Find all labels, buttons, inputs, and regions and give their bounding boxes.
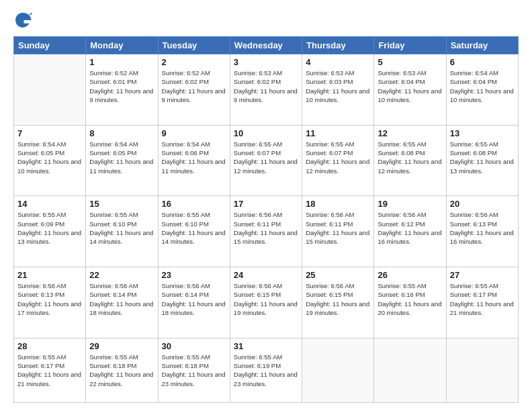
day-info: Sunrise: 6:56 AMSunset: 6:14 PMDaylight:… <box>162 281 226 317</box>
calendar-week-row: 7Sunrise: 6:54 AMSunset: 6:05 PMDaylight… <box>14 125 519 196</box>
day-number: 3 <box>234 57 298 67</box>
day-info: Sunrise: 6:53 AMSunset: 6:02 PMDaylight:… <box>234 68 298 104</box>
header <box>13 11 519 30</box>
day-number: 12 <box>378 128 442 138</box>
weekday-header: Tuesday <box>158 37 230 54</box>
calendar-cell: 26Sunrise: 6:55 AMSunset: 6:16 PMDayligh… <box>374 267 446 338</box>
calendar-cell: 19Sunrise: 6:56 AMSunset: 6:12 PMDayligh… <box>374 196 446 267</box>
calendar-cell <box>14 54 86 126</box>
day-number: 31 <box>234 341 298 351</box>
calendar-cell: 15Sunrise: 6:55 AMSunset: 6:10 PMDayligh… <box>86 196 158 267</box>
day-info: Sunrise: 6:55 AMSunset: 6:19 PMDaylight:… <box>234 353 298 388</box>
day-number: 2 <box>162 57 226 67</box>
calendar-cell: 29Sunrise: 6:55 AMSunset: 6:18 PMDayligh… <box>86 338 158 402</box>
calendar-cell: 10Sunrise: 6:55 AMSunset: 6:07 PMDayligh… <box>230 125 302 196</box>
day-info: Sunrise: 6:55 AMSunset: 6:09 PMDaylight:… <box>17 210 82 246</box>
day-number: 11 <box>306 128 370 138</box>
day-number: 16 <box>162 199 226 209</box>
calendar-week-row: 21Sunrise: 6:56 AMSunset: 6:13 PMDayligh… <box>14 267 519 338</box>
calendar-cell: 1Sunrise: 6:52 AMSunset: 6:01 PMDaylight… <box>86 54 158 126</box>
calendar-cell: 2Sunrise: 6:52 AMSunset: 6:02 PMDaylight… <box>158 54 230 126</box>
day-info: Sunrise: 6:56 AMSunset: 6:13 PMDaylight:… <box>17 281 82 317</box>
day-number: 24 <box>234 270 298 280</box>
weekday-header: Sunday <box>14 37 86 54</box>
day-info: Sunrise: 6:52 AMSunset: 6:02 PMDaylight:… <box>162 68 226 104</box>
day-number: 27 <box>450 270 515 280</box>
day-number: 17 <box>234 199 298 209</box>
day-info: Sunrise: 6:55 AMSunset: 6:17 PMDaylight:… <box>450 281 515 317</box>
calendar-cell: 9Sunrise: 6:54 AMSunset: 6:06 PMDaylight… <box>158 125 230 196</box>
calendar-cell: 14Sunrise: 6:55 AMSunset: 6:09 PMDayligh… <box>14 196 86 267</box>
weekday-header: Saturday <box>446 37 518 54</box>
calendar-cell: 12Sunrise: 6:55 AMSunset: 6:08 PMDayligh… <box>374 125 446 196</box>
day-info: Sunrise: 6:54 AMSunset: 6:06 PMDaylight:… <box>162 140 226 175</box>
weekday-header: Monday <box>86 37 158 54</box>
day-info: Sunrise: 6:54 AMSunset: 6:05 PMDaylight:… <box>17 140 82 175</box>
day-info: Sunrise: 6:53 AMSunset: 6:03 PMDaylight:… <box>306 68 370 104</box>
day-info: Sunrise: 6:55 AMSunset: 6:07 PMDaylight:… <box>306 140 370 175</box>
calendar-cell: 23Sunrise: 6:56 AMSunset: 6:14 PMDayligh… <box>158 267 230 338</box>
day-number: 15 <box>89 199 154 209</box>
calendar-cell: 21Sunrise: 6:56 AMSunset: 6:13 PMDayligh… <box>14 267 86 338</box>
calendar-cell: 20Sunrise: 6:56 AMSunset: 6:13 PMDayligh… <box>446 196 518 267</box>
day-number: 25 <box>306 270 370 280</box>
day-info: Sunrise: 6:56 AMSunset: 6:14 PMDaylight:… <box>89 281 154 317</box>
day-number: 26 <box>378 270 442 280</box>
day-info: Sunrise: 6:52 AMSunset: 6:01 PMDaylight:… <box>89 68 154 104</box>
day-info: Sunrise: 6:55 AMSunset: 6:10 PMDaylight:… <box>162 210 226 246</box>
calendar-cell: 30Sunrise: 6:55 AMSunset: 6:18 PMDayligh… <box>158 338 230 402</box>
calendar-cell: 6Sunrise: 6:54 AMSunset: 6:04 PMDaylight… <box>446 54 518 126</box>
day-info: Sunrise: 6:55 AMSunset: 6:08 PMDaylight:… <box>450 140 515 175</box>
day-number: 9 <box>162 128 226 138</box>
day-number: 19 <box>378 199 442 209</box>
calendar-cell <box>374 338 446 402</box>
day-number: 1 <box>89 57 154 67</box>
page: SundayMondayTuesdayWednesdayThursdayFrid… <box>0 0 532 411</box>
day-number: 28 <box>17 341 82 351</box>
day-info: Sunrise: 6:56 AMSunset: 6:15 PMDaylight:… <box>306 281 370 317</box>
day-info: Sunrise: 6:54 AMSunset: 6:05 PMDaylight:… <box>89 140 154 175</box>
calendar-cell: 5Sunrise: 6:53 AMSunset: 6:04 PMDaylight… <box>374 54 446 126</box>
calendar-cell <box>302 338 374 402</box>
calendar-cell <box>446 338 518 402</box>
calendar-week-row: 14Sunrise: 6:55 AMSunset: 6:09 PMDayligh… <box>14 196 519 267</box>
day-number: 21 <box>17 270 82 280</box>
calendar-cell: 8Sunrise: 6:54 AMSunset: 6:05 PMDaylight… <box>86 125 158 196</box>
weekday-header: Thursday <box>302 37 374 54</box>
day-info: Sunrise: 6:56 AMSunset: 6:12 PMDaylight:… <box>378 210 442 246</box>
calendar-cell: 3Sunrise: 6:53 AMSunset: 6:02 PMDaylight… <box>230 54 302 126</box>
day-number: 14 <box>17 199 82 209</box>
day-info: Sunrise: 6:56 AMSunset: 6:15 PMDaylight:… <box>234 281 298 317</box>
day-number: 22 <box>89 270 154 280</box>
calendar-table: SundayMondayTuesdayWednesdayThursdayFrid… <box>13 36 519 403</box>
calendar-header-row: SundayMondayTuesdayWednesdayThursdayFrid… <box>14 37 519 54</box>
weekday-header: Wednesday <box>230 37 302 54</box>
day-number: 30 <box>162 341 226 351</box>
day-info: Sunrise: 6:55 AMSunset: 6:16 PMDaylight:… <box>378 281 442 317</box>
day-info: Sunrise: 6:55 AMSunset: 6:18 PMDaylight:… <box>89 353 154 388</box>
calendar-cell: 24Sunrise: 6:56 AMSunset: 6:15 PMDayligh… <box>230 267 302 338</box>
day-number: 5 <box>378 57 442 67</box>
day-info: Sunrise: 6:56 AMSunset: 6:11 PMDaylight:… <box>234 210 298 246</box>
day-number: 29 <box>89 341 154 351</box>
weekday-header: Friday <box>374 37 446 54</box>
calendar-cell: 7Sunrise: 6:54 AMSunset: 6:05 PMDaylight… <box>14 125 86 196</box>
calendar-cell: 17Sunrise: 6:56 AMSunset: 6:11 PMDayligh… <box>230 196 302 267</box>
day-number: 23 <box>162 270 226 280</box>
calendar-cell: 11Sunrise: 6:55 AMSunset: 6:07 PMDayligh… <box>302 125 374 196</box>
calendar-cell: 22Sunrise: 6:56 AMSunset: 6:14 PMDayligh… <box>86 267 158 338</box>
calendar-cell: 25Sunrise: 6:56 AMSunset: 6:15 PMDayligh… <box>302 267 374 338</box>
calendar-week-row: 1Sunrise: 6:52 AMSunset: 6:01 PMDaylight… <box>14 54 519 126</box>
day-number: 6 <box>450 57 515 67</box>
day-info: Sunrise: 6:55 AMSunset: 6:07 PMDaylight:… <box>234 140 298 175</box>
day-number: 10 <box>234 128 298 138</box>
calendar-cell: 4Sunrise: 6:53 AMSunset: 6:03 PMDaylight… <box>302 54 374 126</box>
day-info: Sunrise: 6:56 AMSunset: 6:13 PMDaylight:… <box>450 210 515 246</box>
calendar-cell: 18Sunrise: 6:56 AMSunset: 6:11 PMDayligh… <box>302 196 374 267</box>
day-number: 4 <box>306 57 370 67</box>
calendar-week-row: 28Sunrise: 6:55 AMSunset: 6:17 PMDayligh… <box>14 338 519 402</box>
day-info: Sunrise: 6:55 AMSunset: 6:18 PMDaylight:… <box>162 353 226 388</box>
day-info: Sunrise: 6:56 AMSunset: 6:11 PMDaylight:… <box>306 210 370 246</box>
day-number: 8 <box>89 128 154 138</box>
day-number: 20 <box>450 199 515 209</box>
